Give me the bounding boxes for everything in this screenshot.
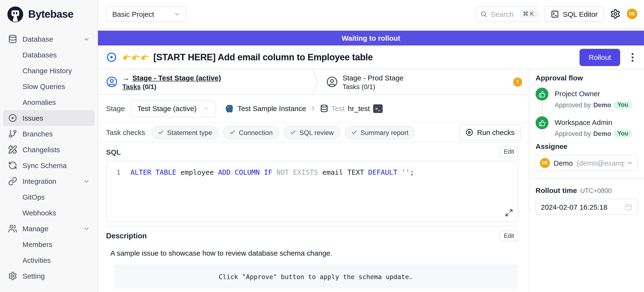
- more-options-kebab-icon[interactable]: [632, 53, 634, 62]
- rollout-time-value: 2024-02-07 16:25:18: [541, 203, 608, 211]
- approved-by-text: Approved by: [555, 130, 591, 137]
- sql-editor-label: SQL Editor: [563, 10, 598, 18]
- database-icon: [8, 34, 17, 44]
- rollout-time-input[interactable]: 2024-02-07 16:25:18: [536, 199, 638, 215]
- database-name[interactable]: hr_test: [348, 104, 370, 112]
- sidebar-item-label: Changelists: [22, 145, 60, 154]
- sidebar: Bytebase Database Databases Change Histo…: [0, 0, 98, 292]
- sidebar-item-label: Slow Queries: [22, 82, 65, 90]
- sidebar-item-label: Branches: [22, 130, 53, 138]
- main-area: Basic Project ⌘ K SQL Editor DE Waiting …: [98, 0, 644, 292]
- bytebase-logo-icon: [7, 6, 24, 23]
- stage-tab-tasks-link[interactable]: Tasks: [122, 83, 141, 90]
- sidebar-item-label: Integration: [22, 177, 56, 185]
- brand-logo[interactable]: Bytebase: [0, 0, 98, 28]
- check-label: SQL review: [299, 128, 334, 136]
- topbar: Basic Project ⌘ K SQL Editor DE: [98, 0, 644, 28]
- bytebase-app: Bytebase Database Databases Change Histo…: [0, 0, 644, 292]
- project-select-value: Basic Project: [112, 10, 154, 18]
- search-icon: [480, 10, 487, 18]
- description-body: A sample issue to showcase how to review…: [110, 249, 518, 257]
- description-edit-button[interactable]: Edit: [500, 231, 518, 241]
- sidebar-item-branches[interactable]: Branches: [3, 126, 94, 142]
- sidebar-item-webhooks[interactable]: Webhooks: [3, 205, 94, 221]
- project-select[interactable]: Basic Project: [106, 6, 186, 22]
- you-badge: You: [614, 101, 632, 109]
- check-sql-review[interactable]: SQL review: [284, 126, 340, 139]
- sidebar-item-setting[interactable]: Setting: [3, 268, 94, 284]
- sql-edit-button[interactable]: Edit: [500, 147, 518, 157]
- check-success-icon: [158, 129, 164, 135]
- sidebar-item-anomalies[interactable]: Anomalies: [3, 94, 94, 110]
- settings-gear-button[interactable]: [610, 9, 620, 19]
- circle-dot-icon: [8, 113, 17, 123]
- search-input[interactable]: [491, 10, 516, 18]
- open-sql-editor-icon[interactable]: >_: [373, 104, 383, 113]
- sidebar-item-changelists[interactable]: Changelists: [3, 142, 94, 158]
- sidebar-item-integration[interactable]: Integration: [3, 173, 94, 189]
- play-circle-icon: [465, 128, 473, 136]
- stage-tab-test[interactable]: →Stage - Test Stage (active) Tasks (0/1): [98, 69, 308, 94]
- approved-by-text: Approved by: [555, 101, 591, 108]
- point-right-emoji-icon: [141, 54, 150, 61]
- sidebar-item-sync-schema[interactable]: Sync Schema: [3, 158, 94, 173]
- sidebar-item-gitops[interactable]: GitOps: [3, 189, 94, 205]
- stage-tab-tasks-count: (0/1): [142, 83, 156, 90]
- sidebar-item-database[interactable]: Database: [3, 31, 94, 47]
- git-branch-icon: [8, 129, 17, 138]
- run-checks-button[interactable]: Run checks: [459, 124, 521, 140]
- sidebar-item-activities[interactable]: Activities: [3, 252, 94, 268]
- instance-name[interactable]: Test Sample Instance: [238, 104, 306, 112]
- search-input-box[interactable]: ⌘ K: [476, 6, 538, 22]
- sql-token: [398, 169, 402, 176]
- chevron-down-icon: [174, 10, 180, 18]
- check-summary-report[interactable]: Summary report: [345, 126, 415, 139]
- stage-select-value: Test Stage (active): [137, 104, 196, 112]
- sidebar-item-slow-queries[interactable]: Slow Queries: [3, 78, 94, 94]
- check-connection[interactable]: Connection: [223, 126, 279, 139]
- sidebar-item-databases[interactable]: Databases: [3, 47, 94, 63]
- terminal-icon: [551, 10, 559, 18]
- check-success-icon: [351, 129, 357, 135]
- stage-select[interactable]: Test Stage (active): [131, 100, 216, 117]
- stage-tab-title: Stage - Prod Stage: [342, 73, 404, 82]
- content: →Stage - Test Stage (active) Tasks (0/1)…: [98, 69, 644, 292]
- link-icon: [8, 176, 17, 186]
- sidebar-item-manage[interactable]: Manage: [3, 221, 94, 236]
- database-icon: [320, 104, 328, 112]
- sql-code-block[interactable]: 1ALTER TABLE employee ADD COLUMN IF NOT …: [106, 161, 518, 222]
- sidebar-item-members[interactable]: Members: [3, 236, 94, 252]
- stage-tab-tasks-count: (0/1): [362, 83, 375, 90]
- stage-tab-tasks-link: Tasks: [342, 83, 360, 90]
- circle-user-icon: [106, 76, 118, 88]
- issue-side-panel: Approval flow Project Owner Approved by …: [529, 69, 644, 292]
- issue-title: [START HERE] Add email column to Employe…: [153, 52, 373, 62]
- rollout-button[interactable]: Rollout: [580, 49, 620, 66]
- stage-tab-prod[interactable]: Stage - Prod Stage Tasks (0/1): [319, 69, 404, 94]
- sql-token: ADD COLUMN IF: [218, 169, 272, 176]
- rollout-time-block: Rollout time UTC+0800 2024-02-07 16:25:1…: [536, 183, 638, 215]
- database-breadcrumb: Test Sample Instance Test hr_test >_: [224, 104, 383, 113]
- user-avatar[interactable]: DE: [627, 9, 637, 19]
- sql-editor-button[interactable]: SQL Editor: [545, 6, 604, 22]
- chevron-right-icon: [309, 105, 316, 112]
- sql-code-line: 1ALTER TABLE employee ADD COLUMN IF NOT …: [106, 161, 518, 176]
- circle-user-icon: [326, 76, 338, 88]
- sidebar-item-issues[interactable]: Issues: [3, 110, 94, 126]
- sql-section: SQL Edit 1ALTER TABLE employee ADD COLUM…: [98, 143, 529, 226]
- gear-icon: [8, 271, 17, 281]
- issue-title-row: [START HERE] Add email column to Employe…: [98, 46, 644, 69]
- sql-token: DEFAULT: [368, 169, 397, 176]
- assignee-block: Assignee DE Demo (demo@example: [536, 142, 638, 177]
- approval-role: Project Owner: [555, 89, 632, 98]
- sidebar-item-change-history[interactable]: Change History: [3, 63, 94, 78]
- chevron-down-icon: [83, 178, 90, 185]
- point-right-emoji-icon: [123, 54, 132, 61]
- assignee-select[interactable]: DE Demo (demo@example: [536, 155, 638, 171]
- sidebar-item-label: Setting: [22, 272, 45, 280]
- check-success-icon: [290, 129, 296, 135]
- check-statement-type[interactable]: Statement type: [151, 126, 218, 139]
- chevron-down-icon: [202, 105, 210, 112]
- center-column: →Stage - Test Stage (active) Tasks (0/1)…: [98, 69, 529, 292]
- expand-icon[interactable]: [505, 209, 513, 217]
